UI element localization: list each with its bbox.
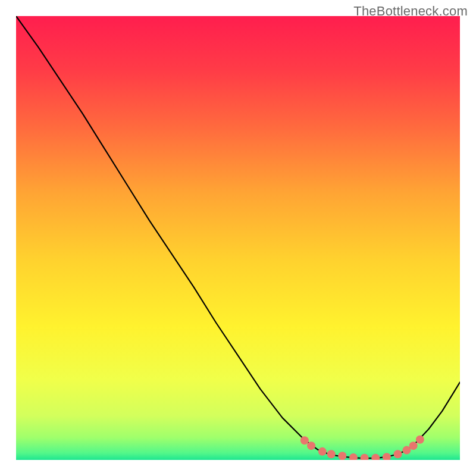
data-point (416, 436, 424, 444)
watermark-text: TheBottleneck.com (353, 4, 468, 19)
chart-container: TheBottleneck.com (0, 0, 476, 476)
plot-area (16, 16, 460, 460)
data-point (318, 447, 327, 456)
data-point (409, 441, 418, 450)
data-point (394, 450, 402, 458)
plot-svg (16, 16, 460, 460)
gradient-background (16, 16, 460, 460)
data-point (327, 450, 336, 458)
data-point (307, 441, 315, 450)
data-point (300, 436, 309, 444)
data-point (338, 452, 346, 460)
